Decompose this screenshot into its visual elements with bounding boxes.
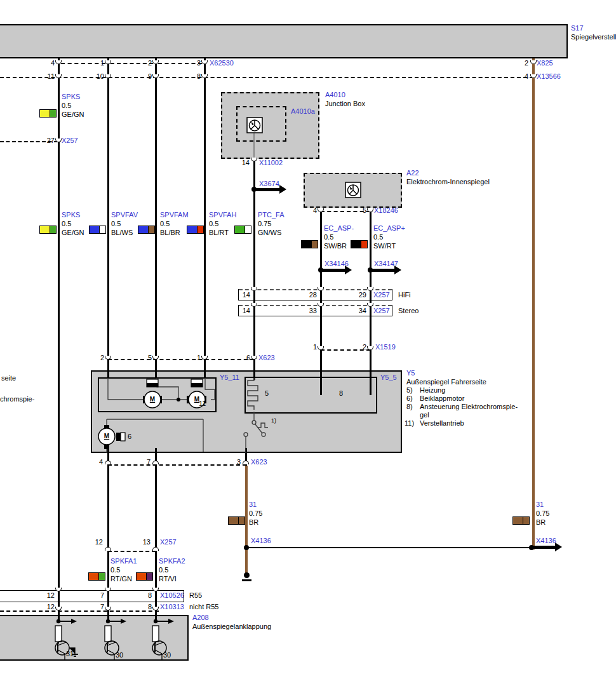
pin-label: 11: [41, 72, 55, 81]
variant-r55: R55: [189, 591, 202, 600]
a208-terminal: 30: [116, 651, 123, 659]
wire-size: 0.5: [324, 233, 333, 241]
pin-label: 29: [352, 291, 366, 299]
swatch-spvfav: [89, 226, 106, 234]
x3674-arrow: [255, 188, 279, 191]
connector-id-x257: X257: [160, 538, 177, 546]
y5-5-label: Y5_5: [380, 374, 397, 382]
s17-name: Spiegelverstellsc: [571, 33, 616, 41]
pin-label: 3: [187, 59, 201, 67]
text-fragment: chromspie-: [0, 395, 34, 403]
connector-id-x3674: X3674: [259, 180, 279, 188]
wire-code: BL/RT: [209, 229, 229, 237]
y5-legend: gel: [420, 411, 429, 419]
y5-legend-n: 5): [406, 386, 413, 394]
pin-label: 7: [137, 458, 151, 466]
branch-arrow-icon: [279, 185, 286, 194]
pin-label: 33: [303, 307, 317, 315]
wire-name: SPVFAV: [111, 211, 138, 219]
y5-title: Außenspiegel Fahrerseite: [406, 378, 486, 386]
mirror-adjuster-icon: [246, 117, 263, 133]
y5-legend: Ansteuerung Elektrochromspie-: [420, 403, 518, 411]
pin-label: 4: [41, 59, 55, 67]
wire-name: SPVFAH: [209, 211, 236, 219]
wire-size: 0.5: [209, 220, 218, 228]
connector-id-x257-hifi: X257: [373, 291, 390, 299]
wire-size: 0.5: [160, 220, 170, 228]
pin-x11002-14: [251, 158, 257, 161]
a4010-id: A4010: [325, 91, 345, 99]
swatch-ecasp-plus: [351, 240, 368, 248]
swatch-31: [512, 516, 530, 525]
y5-num-8: 8: [339, 389, 343, 398]
connector-id-x11002: X11002: [259, 159, 283, 167]
y5-11-label: Y5_11: [220, 374, 239, 382]
pin-label: 8: [138, 603, 152, 611]
y5-legend: Verstellantrieb: [420, 419, 464, 428]
wire-name: SPKFA1: [110, 557, 137, 565]
wire-code: RT/GN: [110, 575, 132, 583]
pin-label: 2: [138, 59, 152, 67]
heater-icon: [248, 378, 258, 410]
wire-code: SW/RT: [373, 242, 396, 250]
connector-line-x623-bottom: [108, 464, 246, 466]
connector-id-x13566: X13566: [537, 72, 561, 81]
a208-name: Außenspiegelanklappung: [192, 623, 271, 631]
pin-label: 12: [41, 603, 55, 611]
wire-size: 0.75: [249, 509, 262, 518]
swatch-spvfah: [187, 226, 204, 234]
pin-label: 14: [236, 159, 250, 167]
y5-id: Y5: [406, 369, 415, 377]
switch-icon: [244, 412, 268, 453]
y5-legend-n: 6): [406, 394, 413, 403]
variant-stereo: Stereo: [398, 307, 418, 315]
wire-name: EC_ASP+: [373, 224, 405, 233]
pin-label: 12: [89, 538, 103, 546]
wire-name: SPKS: [62, 93, 80, 101]
connector-id-x257-stereo: X257: [373, 307, 390, 315]
branch-arrow-icon: [168, 619, 174, 624]
wire-code: GE/GN: [62, 229, 84, 237]
a4010a-id: A4010a: [291, 107, 315, 116]
wire-code: BR: [249, 518, 258, 527]
wire-31-mid: [245, 466, 248, 575]
pin-label: 14: [236, 307, 250, 315]
pin-label: 13: [137, 538, 151, 546]
connector-line-x10313: [0, 610, 159, 612]
y5-switch-note: 1): [271, 417, 276, 425]
wire-name: EC_ASP-: [324, 224, 354, 233]
connector-id-x4136: X4136: [536, 537, 556, 545]
pin-x13566-4: [530, 74, 537, 78]
wire-31-right: [532, 58, 535, 550]
x34146-arrow: [322, 269, 345, 272]
swatch-spvfam: [138, 226, 155, 234]
a208-id: A208: [192, 614, 209, 622]
a208-terminal: 30: [163, 651, 171, 659]
swatch-31: [228, 516, 245, 525]
text-fragment: seite: [1, 374, 16, 382]
a208-internals: [0, 615, 189, 661]
branch-arrow-icon: [71, 619, 77, 624]
swatch-spkfa1: [88, 572, 105, 581]
connector-id-x34146: X34146: [325, 260, 349, 268]
pin-label: 12: [41, 591, 55, 600]
wire-size: 0.5: [62, 220, 71, 228]
connector-line-x623-top: [108, 359, 254, 360]
x4136-arrow: [533, 546, 555, 549]
pin-x825-2: [530, 60, 537, 64]
motor-letter: M: [148, 396, 157, 403]
pin-x1519-2: [367, 346, 373, 350]
y5-legend: Heizung: [420, 386, 445, 394]
pin-label: 10: [90, 72, 104, 81]
a208-terminal: 31: [66, 650, 74, 658]
pin-x623-3: [243, 461, 249, 464]
pin-label: 5: [138, 354, 152, 362]
y5-internals: [91, 370, 402, 453]
motor-letter: M: [192, 396, 201, 403]
swatch-spkfa2: [136, 572, 153, 581]
junction-dot: [177, 398, 180, 401]
motor-icon: [143, 379, 162, 408]
connector-id-x62530: X62530: [210, 59, 234, 67]
ground-icon: [244, 572, 250, 578]
pin-x257-13: [152, 547, 159, 551]
